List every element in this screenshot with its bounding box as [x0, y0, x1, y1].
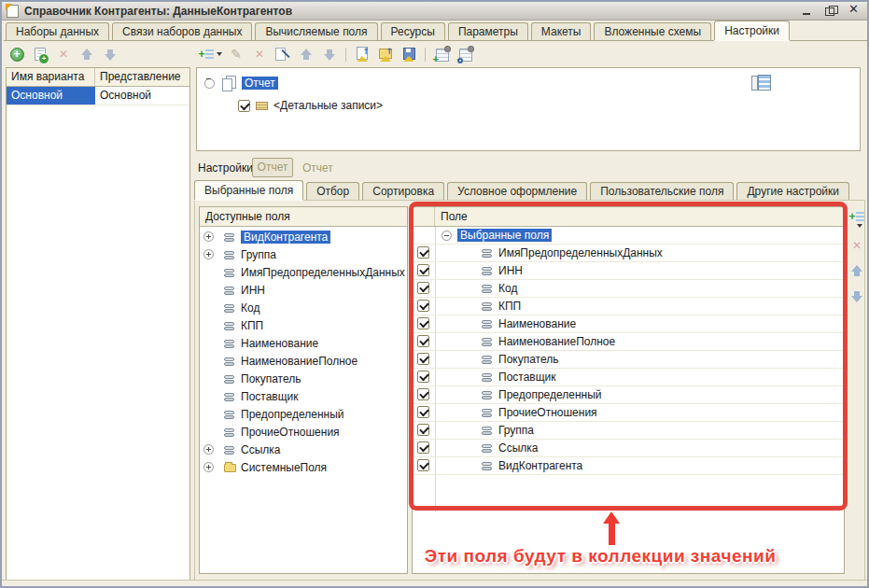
selected-field-row[interactable]: Предопределенный [413, 386, 844, 404]
available-field-row[interactable]: Покупатель [200, 371, 407, 388]
available-field-row[interactable]: ПрочиеОтношения [200, 424, 407, 441]
tab-parameters[interactable]: Параметры [448, 22, 528, 40]
move-up-button[interactable] [77, 46, 96, 63]
field-label[interactable]: ИмяПредопределенныхДанных [241, 266, 405, 279]
field-label[interactable]: Код [498, 282, 517, 295]
field-checkbox[interactable] [417, 388, 429, 400]
restore-icon[interactable] [825, 6, 837, 16]
available-field-row[interactable]: Группа [200, 246, 407, 264]
minimize-icon[interactable] [802, 6, 814, 16]
field-checkbox[interactable] [417, 264, 429, 276]
save-settings-button[interactable] [399, 46, 418, 63]
field-label[interactable]: Покупатель [241, 372, 301, 385]
available-field-row[interactable]: Наименование [200, 335, 407, 353]
structure-root-label[interactable]: Отчет [242, 77, 278, 90]
composer-view-button[interactable] [456, 46, 474, 63]
tab-templates[interactable]: Макеты [531, 22, 592, 40]
field-label[interactable]: Поставщик [241, 390, 299, 403]
field-label[interactable]: Код [241, 301, 259, 315]
field-checkbox[interactable] [417, 406, 429, 418]
tab-resources[interactable]: Ресурсы [381, 22, 445, 40]
selected-fields-root-row[interactable]: Выбранные поля [413, 227, 844, 245]
structure-detail-row[interactable]: <Детальные записи> [238, 97, 383, 114]
selected-field-row[interactable]: Наименование [413, 315, 844, 333]
field-checkbox[interactable] [417, 317, 429, 329]
available-field-row[interactable]: Ссылка [200, 441, 407, 459]
field-checkbox[interactable] [417, 335, 429, 347]
available-field-row[interactable]: ВидКонтрагента [200, 229, 407, 246]
available-field-row[interactable]: ИмяПредопределенныхДанных [200, 264, 407, 282]
selected-field-row[interactable]: Поставщик [413, 369, 844, 386]
field-label[interactable]: ИмяПредопределенныхДанных [498, 246, 663, 259]
tab-user-fields[interactable]: Пользовательские поля [590, 182, 734, 200]
collapse-icon[interactable] [204, 78, 215, 89]
available-field-row[interactable]: КПП [200, 317, 407, 335]
selected-field-row[interactable]: ВидКонтрагента [413, 457, 844, 475]
add-dropdown-button[interactable] [848, 208, 866, 229]
field-checkbox[interactable] [417, 246, 429, 259]
tab-settings[interactable]: Настройки [714, 21, 790, 40]
field-label[interactable]: Поставщик [498, 371, 556, 384]
available-field-row[interactable]: НаименованиеПолное [200, 353, 407, 371]
move-up-button[interactable] [297, 46, 315, 63]
available-field-row[interactable]: Поставщик [200, 388, 407, 406]
field-checkbox[interactable] [417, 459, 429, 471]
tab-nested-schemas[interactable]: Вложенные схемы [594, 22, 711, 40]
autofill-button[interactable] [273, 46, 292, 63]
variant-row[interactable]: Основной Основной [7, 87, 189, 105]
field-label[interactable]: ВидКонтрагента [241, 231, 330, 244]
structure-detail-label[interactable]: <Детальные записи> [273, 99, 383, 112]
field-label[interactable]: Покупатель [498, 353, 558, 366]
add-button[interactable] [7, 46, 26, 63]
field-label[interactable]: Группа [498, 424, 534, 437]
field-label[interactable]: Наименование [241, 337, 318, 350]
add-dropdown-button[interactable] [198, 46, 222, 63]
field-label[interactable]: Группа [241, 248, 276, 261]
field-label[interactable]: НаименованиеПолное [498, 335, 615, 348]
field-label[interactable]: СистемныеПоля [241, 461, 327, 474]
variant-presentation-cell[interactable]: Основной [95, 87, 189, 105]
tab-sorting[interactable]: Сортировка [362, 182, 444, 200]
selected-field-row[interactable]: Покупатель [413, 351, 844, 369]
detail-records-checkbox[interactable] [238, 100, 250, 112]
field-label[interactable]: НаименованиеПолное [241, 355, 357, 368]
available-field-row[interactable]: ИНН [200, 282, 407, 300]
move-down-button[interactable] [320, 46, 339, 63]
field-checkbox[interactable] [417, 353, 429, 365]
field-checkbox[interactable] [417, 424, 429, 436]
structure-root-row[interactable]: Отчет [204, 75, 278, 91]
field-label[interactable]: Предопределенный [498, 388, 602, 401]
tab-selected-fields[interactable]: Выбранные поля [194, 180, 303, 200]
field-label[interactable]: ВидКонтрагента [498, 459, 582, 472]
collapse-icon[interactable] [442, 231, 452, 241]
field-label[interactable]: ПрочиеОтношения [241, 426, 340, 439]
selected-fields-root-label[interactable]: Выбранные поля [457, 229, 552, 242]
field-label[interactable]: ИНН [498, 264, 523, 277]
field-label[interactable]: ИНН [241, 284, 265, 297]
field-label[interactable]: КПП [241, 319, 263, 332]
field-checkbox[interactable] [417, 371, 429, 383]
tab-filter[interactable]: Отбор [306, 182, 359, 200]
expand-icon[interactable] [203, 462, 214, 472]
field-label[interactable]: ПрочиеОтношения [498, 406, 597, 419]
available-field-row[interactable]: Код [200, 300, 407, 317]
delete-button[interactable] [250, 46, 269, 63]
variant-name-cell[interactable]: Основной [7, 87, 95, 105]
open-settings-button[interactable] [353, 46, 371, 63]
available-field-row[interactable]: СистемныеПоля [200, 459, 407, 477]
tab-conditional-appearance[interactable]: Условное оформление [447, 182, 587, 200]
composer-add-button[interactable] [432, 46, 451, 63]
field-checkbox[interactable] [417, 282, 429, 294]
add-copy-button[interactable] [31, 46, 49, 63]
tab-other-settings[interactable]: Другие настройки [736, 182, 849, 200]
selected-field-row[interactable]: Код [413, 280, 844, 298]
title-bar[interactable]: Справочник Контрагенты: ДанныеКонтрагент… [2, 2, 867, 21]
close-icon[interactable] [848, 6, 861, 16]
selected-field-row[interactable]: ИНН [413, 262, 844, 280]
field-label[interactable]: Ссылка [498, 441, 538, 455]
move-up-button[interactable] [848, 262, 866, 279]
move-down-button[interactable] [101, 46, 119, 63]
edit-button[interactable] [227, 46, 245, 63]
selected-field-row[interactable]: КПП [413, 298, 844, 315]
tab-data-sets[interactable]: Наборы данных [6, 22, 109, 40]
